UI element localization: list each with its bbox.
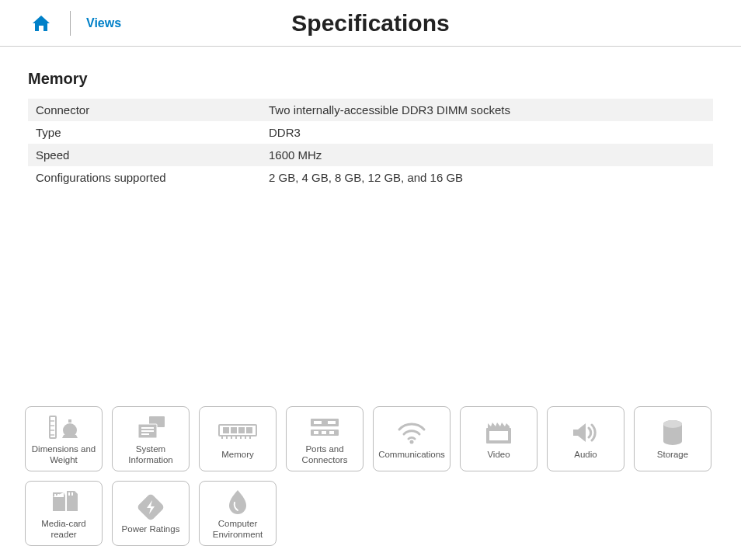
spec-value: DDR3: [261, 121, 713, 144]
nav-card-label: Communications: [378, 450, 445, 461]
nav-card-ports[interactable]: Ports and Connectors: [286, 406, 364, 471]
lightning-icon: [137, 492, 164, 523]
views-link[interactable]: Views: [86, 16, 121, 30]
page-title: Specifications: [291, 10, 449, 37]
svg-rect-28: [314, 431, 318, 434]
spec-label: Speed: [28, 144, 261, 166]
nav-card-label: Computer Environment: [203, 519, 273, 541]
nav-card-label: Media-card reader: [29, 519, 99, 541]
svg-rect-11: [141, 433, 149, 435]
spec-label: Connector: [28, 99, 261, 121]
nav-card-label: System Information: [116, 444, 186, 466]
wifi-icon: [396, 417, 427, 448]
nav-card-label: Dimensions and Weight: [29, 444, 99, 466]
spec-label: Configurations supported: [28, 166, 261, 189]
nav-card-audio[interactable]: Audio: [547, 406, 624, 471]
nav-card-env[interactable]: Computer Environment: [199, 481, 277, 546]
nav-card-comms[interactable]: Communications: [373, 406, 451, 471]
svg-rect-15: [239, 428, 244, 433]
spec-value: 2 GB, 4 GB, 8 GB, 12 GB, and 16 GB: [261, 166, 713, 189]
leaf-icon: [228, 486, 248, 517]
nav-card-label: Video: [487, 450, 510, 461]
nav-card-label: Audio: [574, 450, 597, 461]
svg-rect-26: [328, 421, 336, 424]
svg-rect-36: [54, 494, 56, 496]
svg-rect-39: [68, 492, 70, 496]
svg-point-35: [663, 420, 682, 428]
svg-rect-29: [322, 431, 326, 434]
section-title: Memory: [28, 70, 713, 88]
ports-icon: [308, 412, 342, 443]
spec-label: Type: [28, 121, 261, 144]
spec-row: ConnectorTwo internally-accessible DDR3 …: [28, 99, 713, 121]
svg-rect-10: [141, 430, 154, 432]
svg-rect-14: [231, 428, 236, 433]
nav-card-memory[interactable]: Memory: [199, 406, 277, 471]
header-divider: [70, 11, 71, 36]
nav-card-sysinfo[interactable]: System Information: [112, 406, 190, 471]
nav-card-power[interactable]: Power Ratings: [112, 481, 190, 546]
spec-table: ConnectorTwo internally-accessible DDR3 …: [28, 99, 713, 189]
svg-rect-16: [247, 428, 252, 433]
svg-rect-13: [224, 428, 228, 433]
ruler-weight-icon: [45, 412, 82, 443]
system-info-icon: [134, 412, 168, 443]
home-icon[interactable]: [31, 14, 51, 33]
spec-value: Two internally-accessible DDR3 DIMM sock…: [261, 99, 713, 121]
header-bar: Views Specifications: [0, 0, 741, 47]
nav-card-label: Ports and Connectors: [290, 444, 360, 466]
spec-row: TypeDDR3: [28, 121, 713, 144]
svg-rect-38: [61, 494, 62, 496]
memory-module-icon: [217, 417, 258, 448]
nav-card-video[interactable]: Video: [460, 406, 537, 471]
content-area: Memory ConnectorTwo internally-accessibl…: [0, 47, 741, 189]
svg-rect-25: [314, 421, 322, 424]
nav-card-label: Storage: [657, 450, 688, 461]
nav-card-label: Power Ratings: [122, 524, 180, 535]
svg-rect-40: [71, 492, 73, 496]
svg-rect-37: [57, 494, 59, 496]
svg-rect-33: [489, 431, 508, 440]
spec-value: 1600 MHz: [261, 144, 713, 166]
nav-card-label: Memory: [221, 450, 254, 461]
nav-card-mediacard[interactable]: Media-card reader: [25, 481, 103, 546]
spec-row: Speed1600 MHz: [28, 144, 713, 166]
sd-card-icon: [48, 486, 79, 517]
nav-card-dimensions[interactable]: Dimensions and Weight: [25, 406, 103, 471]
database-icon: [662, 417, 684, 448]
bottom-nav: Dimensions and WeightSystem InformationM…: [25, 406, 716, 546]
svg-rect-30: [329, 431, 334, 434]
speaker-icon: [570, 417, 601, 448]
spec-row: Configurations supported2 GB, 4 GB, 8 GB…: [28, 166, 713, 189]
svg-point-31: [410, 440, 414, 444]
nav-card-storage[interactable]: Storage: [634, 406, 711, 471]
clapperboard-icon: [483, 417, 514, 448]
svg-rect-6: [68, 419, 71, 423]
svg-rect-9: [141, 427, 154, 429]
